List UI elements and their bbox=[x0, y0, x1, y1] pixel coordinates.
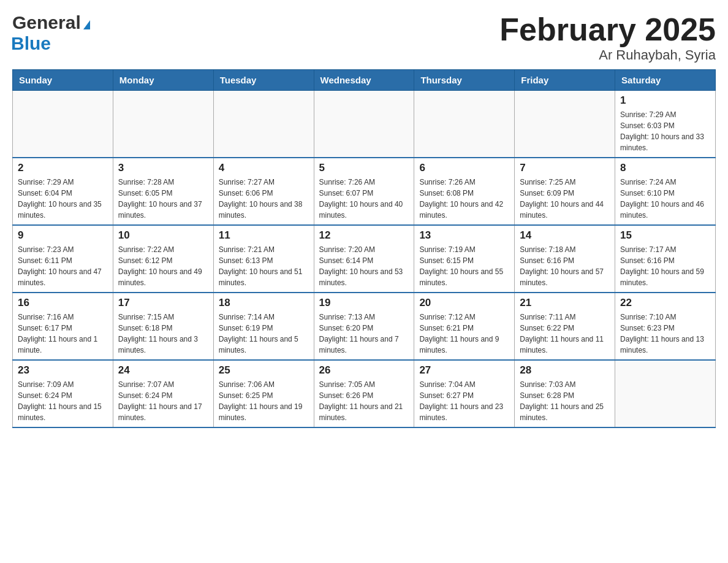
page-header: General Blue February 2025 Ar Ruhaybah, … bbox=[12, 12, 716, 63]
sunrise-text: Sunrise: 7:15 AM bbox=[118, 312, 208, 323]
calendar-week-row: 9Sunrise: 7:23 AMSunset: 6:11 PMDaylight… bbox=[13, 225, 716, 293]
day-number: 19 bbox=[319, 297, 409, 309]
sunset-text: Sunset: 6:24 PM bbox=[118, 390, 208, 401]
sunrise-text: Sunrise: 7:13 AM bbox=[319, 312, 409, 323]
day-info: Sunrise: 7:11 AMSunset: 6:22 PMDaylight:… bbox=[520, 312, 610, 356]
calendar-cell: 28Sunrise: 7:03 AMSunset: 6:28 PMDayligh… bbox=[515, 360, 615, 427]
calendar-cell bbox=[615, 360, 716, 427]
sunrise-text: Sunrise: 7:25 AM bbox=[520, 177, 610, 188]
day-number: 12 bbox=[319, 229, 409, 242]
day-info: Sunrise: 7:18 AMSunset: 6:16 PMDaylight:… bbox=[520, 244, 610, 288]
sunrise-text: Sunrise: 7:29 AM bbox=[620, 109, 710, 120]
day-info: Sunrise: 7:10 AMSunset: 6:23 PMDaylight:… bbox=[620, 312, 710, 356]
calendar-cell: 21Sunrise: 7:11 AMSunset: 6:22 PMDayligh… bbox=[515, 293, 615, 360]
day-number: 20 bbox=[419, 297, 509, 309]
day-number: 2 bbox=[18, 162, 108, 174]
page-title: February 2025 bbox=[499, 12, 716, 47]
calendar-cell: 22Sunrise: 7:10 AMSunset: 6:23 PMDayligh… bbox=[615, 293, 716, 360]
daylight-text: Daylight: 10 hours and 55 minutes. bbox=[419, 266, 509, 288]
day-info: Sunrise: 7:27 AMSunset: 6:06 PMDaylight:… bbox=[219, 177, 309, 221]
day-info: Sunrise: 7:09 AMSunset: 6:24 PMDaylight:… bbox=[18, 379, 108, 423]
day-number: 9 bbox=[18, 229, 108, 242]
sunset-text: Sunset: 6:16 PM bbox=[620, 255, 710, 266]
sunrise-text: Sunrise: 7:29 AM bbox=[18, 177, 108, 188]
sunset-text: Sunset: 6:23 PM bbox=[620, 323, 710, 334]
sunset-text: Sunset: 6:28 PM bbox=[520, 390, 610, 401]
day-number: 14 bbox=[520, 229, 610, 242]
day-number: 10 bbox=[118, 229, 208, 242]
day-info: Sunrise: 7:06 AMSunset: 6:25 PMDaylight:… bbox=[219, 379, 309, 423]
calendar-cell: 10Sunrise: 7:22 AMSunset: 6:12 PMDayligh… bbox=[113, 225, 213, 293]
daylight-text: Daylight: 10 hours and 49 minutes. bbox=[118, 266, 208, 288]
day-info: Sunrise: 7:29 AMSunset: 6:04 PMDaylight:… bbox=[18, 177, 108, 221]
calendar-cell bbox=[213, 91, 314, 158]
calendar-week-row: 23Sunrise: 7:09 AMSunset: 6:24 PMDayligh… bbox=[13, 360, 716, 427]
calendar-cell: 24Sunrise: 7:07 AMSunset: 6:24 PMDayligh… bbox=[113, 360, 213, 427]
calendar-header-row: SundayMondayTuesdayWednesdayThursdayFrid… bbox=[13, 70, 716, 91]
day-number: 7 bbox=[520, 162, 610, 174]
day-info: Sunrise: 7:20 AMSunset: 6:14 PMDaylight:… bbox=[319, 244, 409, 288]
sunset-text: Sunset: 6:13 PM bbox=[219, 255, 309, 266]
weekday-header-sunday: Sunday bbox=[13, 70, 113, 91]
day-info: Sunrise: 7:15 AMSunset: 6:18 PMDaylight:… bbox=[118, 312, 208, 356]
day-number: 24 bbox=[118, 364, 208, 377]
day-info: Sunrise: 7:12 AMSunset: 6:21 PMDaylight:… bbox=[419, 312, 509, 356]
calendar-cell: 9Sunrise: 7:23 AMSunset: 6:11 PMDaylight… bbox=[13, 225, 113, 293]
day-number: 23 bbox=[18, 364, 108, 377]
calendar-cell: 14Sunrise: 7:18 AMSunset: 6:16 PMDayligh… bbox=[515, 225, 615, 293]
daylight-text: Daylight: 11 hours and 19 minutes. bbox=[219, 401, 309, 423]
sunrise-text: Sunrise: 7:14 AM bbox=[219, 312, 309, 323]
daylight-text: Daylight: 11 hours and 23 minutes. bbox=[419, 401, 509, 423]
sunrise-text: Sunrise: 7:27 AM bbox=[219, 177, 309, 188]
sunset-text: Sunset: 6:06 PM bbox=[219, 188, 309, 199]
sunrise-text: Sunrise: 7:26 AM bbox=[319, 177, 409, 188]
sunrise-text: Sunrise: 7:03 AM bbox=[520, 379, 610, 390]
day-info: Sunrise: 7:24 AMSunset: 6:10 PMDaylight:… bbox=[620, 177, 710, 221]
calendar-cell: 7Sunrise: 7:25 AMSunset: 6:09 PMDaylight… bbox=[515, 158, 615, 225]
sunset-text: Sunset: 6:27 PM bbox=[419, 390, 509, 401]
calendar-table: SundayMondayTuesdayWednesdayThursdayFrid… bbox=[12, 69, 716, 428]
day-number: 1 bbox=[620, 94, 710, 107]
calendar-cell: 13Sunrise: 7:19 AMSunset: 6:15 PMDayligh… bbox=[414, 225, 515, 293]
day-number: 21 bbox=[520, 297, 610, 309]
weekday-header-monday: Monday bbox=[113, 70, 213, 91]
daylight-text: Daylight: 10 hours and 53 minutes. bbox=[319, 266, 409, 288]
calendar-week-row: 2Sunrise: 7:29 AMSunset: 6:04 PMDaylight… bbox=[13, 158, 716, 225]
day-info: Sunrise: 7:14 AMSunset: 6:19 PMDaylight:… bbox=[219, 312, 309, 356]
sunset-text: Sunset: 6:14 PM bbox=[319, 255, 409, 266]
sunset-text: Sunset: 6:07 PM bbox=[319, 188, 409, 199]
sunrise-text: Sunrise: 7:07 AM bbox=[118, 379, 208, 390]
calendar-cell: 6Sunrise: 7:26 AMSunset: 6:08 PMDaylight… bbox=[414, 158, 515, 225]
daylight-text: Daylight: 11 hours and 13 minutes. bbox=[620, 334, 710, 356]
calendar-cell: 5Sunrise: 7:26 AMSunset: 6:07 PMDaylight… bbox=[314, 158, 414, 225]
daylight-text: Daylight: 11 hours and 11 minutes. bbox=[520, 334, 610, 356]
sunset-text: Sunset: 6:12 PM bbox=[118, 255, 208, 266]
calendar-cell: 11Sunrise: 7:21 AMSunset: 6:13 PMDayligh… bbox=[213, 225, 314, 293]
sunrise-text: Sunrise: 7:17 AM bbox=[620, 244, 710, 255]
day-info: Sunrise: 7:17 AMSunset: 6:16 PMDaylight:… bbox=[620, 244, 710, 288]
day-info: Sunrise: 7:26 AMSunset: 6:07 PMDaylight:… bbox=[319, 177, 409, 221]
calendar-cell: 19Sunrise: 7:13 AMSunset: 6:20 PMDayligh… bbox=[314, 293, 414, 360]
sunrise-text: Sunrise: 7:16 AM bbox=[18, 312, 108, 323]
day-info: Sunrise: 7:16 AMSunset: 6:17 PMDaylight:… bbox=[18, 312, 108, 356]
sunrise-text: Sunrise: 7:23 AM bbox=[18, 244, 108, 255]
calendar-cell: 3Sunrise: 7:28 AMSunset: 6:05 PMDaylight… bbox=[113, 158, 213, 225]
sunrise-text: Sunrise: 7:22 AM bbox=[118, 244, 208, 255]
day-info: Sunrise: 7:07 AMSunset: 6:24 PMDaylight:… bbox=[118, 379, 208, 423]
sunset-text: Sunset: 6:04 PM bbox=[18, 188, 108, 199]
sunset-text: Sunset: 6:24 PM bbox=[18, 390, 108, 401]
day-info: Sunrise: 7:28 AMSunset: 6:05 PMDaylight:… bbox=[118, 177, 208, 221]
calendar-week-row: 1Sunrise: 7:29 AMSunset: 6:03 PMDaylight… bbox=[13, 91, 716, 158]
daylight-text: Daylight: 11 hours and 3 minutes. bbox=[118, 334, 208, 356]
calendar-cell bbox=[414, 91, 515, 158]
calendar-cell: 25Sunrise: 7:06 AMSunset: 6:25 PMDayligh… bbox=[213, 360, 314, 427]
logo-general-text: General bbox=[12, 12, 81, 33]
daylight-text: Daylight: 11 hours and 15 minutes. bbox=[18, 401, 108, 423]
sunset-text: Sunset: 6:05 PM bbox=[118, 188, 208, 199]
calendar-cell bbox=[13, 91, 113, 158]
day-number: 28 bbox=[520, 364, 610, 377]
day-number: 13 bbox=[419, 229, 509, 242]
day-number: 11 bbox=[219, 229, 309, 242]
sunset-text: Sunset: 6:21 PM bbox=[419, 323, 509, 334]
calendar-cell: 23Sunrise: 7:09 AMSunset: 6:24 PMDayligh… bbox=[13, 360, 113, 427]
